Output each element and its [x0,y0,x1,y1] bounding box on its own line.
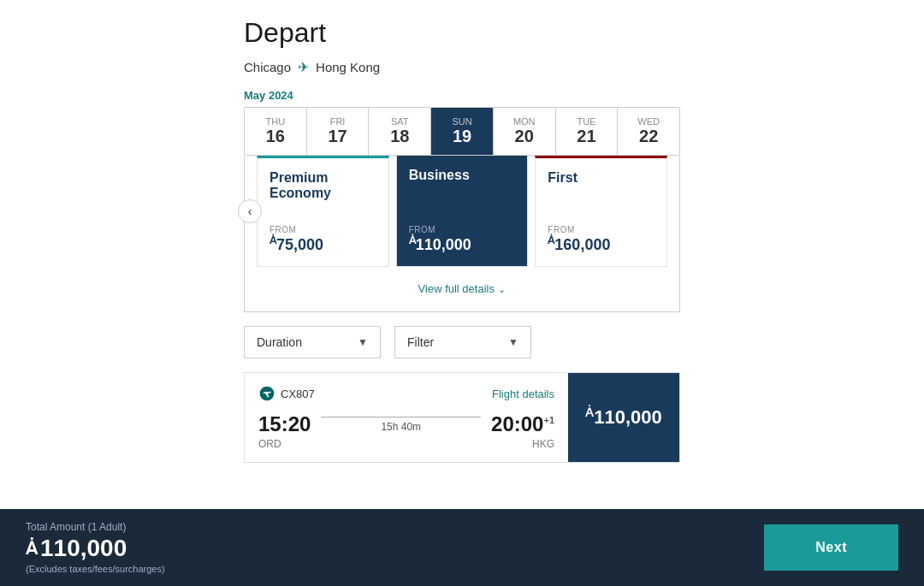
cabin-from-label: FROM [548,225,654,234]
date-day: WED [621,116,676,127]
flight-header: CX807 Flight details [258,385,554,402]
filter-label: Duration [257,335,302,349]
chevron-down-icon: ▼ [358,336,368,348]
date-day: SAT [372,116,427,127]
cabin-name: Business [409,168,516,183]
filter-dropdown-duration[interactable]: Duration▼ [244,326,381,358]
date-num: 18 [372,127,427,146]
filter-label: Filter [407,335,434,349]
flight-airports: ORD HKG [258,438,554,450]
bottom-bar: Total Amount (1 Adult) Ȧ 110,000 (Exclud… [0,509,924,586]
total-amount: Ȧ 110,000 [26,535,165,562]
date-item-21[interactable]: TUE21 [556,108,619,155]
date-day: MON [497,116,552,127]
flight-info: CX807 Flight details 15:20 15h 40m 20:00… [245,373,568,462]
cabin-card-premium[interactable]: Premium Economy FROM Ȧ75,000 [257,156,389,267]
date-day: THU [248,116,303,127]
date-selector: THU16FRI17SAT18SUN19MON20TUE21WED22 [244,107,680,156]
view-details-link[interactable]: View full details [418,282,495,295]
month-label: May 2024 [244,89,680,102]
depart-airport: ORD [258,438,281,450]
cabin-card-business[interactable]: Business FROM Ȧ110,000 [396,156,529,267]
cabin-price: Ȧ160,000 [548,234,654,254]
date-item-19[interactable]: SUN19 [431,108,494,155]
chevron-down-icon: ▼ [508,336,518,348]
flight-duration: 15h 40m [381,421,421,433]
cabin-from-label: FROM [270,225,376,234]
filters-row: Duration▼Filter▼ [244,326,680,358]
cabin-cards: ‹ Premium Economy FROM Ȧ75,000 Business … [253,156,671,267]
next-button[interactable]: Next [764,524,898,571]
cabin-section: ‹ Premium Economy FROM Ȧ75,000 Business … [244,156,680,312]
date-item-17[interactable]: FRI17 [307,108,370,155]
total-section: Total Amount (1 Adult) Ȧ 110,000 (Exclud… [26,521,165,574]
arrive-airport: HKG [532,438,554,450]
flight-price: ȦA110,000110,000 [585,405,662,429]
total-note: (Excludes taxes/fees/surcharges) [26,564,165,574]
date-num: 17 [311,127,365,146]
route-bar: Chicago ✈ Hong Kong [244,59,680,75]
view-details-chevron-icon: ⌄ [498,284,506,294]
route-arrow-icon: ✈ [298,59,309,75]
date-num: 21 [560,127,614,146]
page-title: Depart [244,17,680,49]
total-avios-symbol: Ȧ [26,538,38,559]
cabin-prev-button[interactable]: ‹ [238,199,262,223]
flight-card: CX807 Flight details 15:20 15h 40m 20:00… [244,372,680,463]
cabin-name: First [548,170,654,186]
date-num: 19 [435,127,489,146]
date-num: 22 [621,127,676,146]
cabin-price: Ȧ75,000 [270,234,376,254]
flight-number: CX807 [281,388,315,400]
airline-logo-icon [258,385,275,402]
date-num: 16 [248,127,303,146]
date-day: TUE [560,116,614,127]
cabin-from-label: FROM [409,225,516,234]
flight-depart-time: 15:20 [258,412,311,436]
flight-price-box[interactable]: ȦA110,000110,000 [568,373,679,462]
total-label: Total Amount (1 Adult) [26,521,165,533]
date-item-18[interactable]: SAT18 [369,108,431,155]
date-item-20[interactable]: MON20 [494,108,556,155]
view-details-row: View full details ⌄ [253,277,671,298]
date-item-16[interactable]: THU16 [245,108,307,155]
flight-line-bar [321,417,481,417]
route-to: Hong Kong [316,60,380,74]
flight-num: CX807 [258,385,315,402]
main-content: Depart Chicago ✈ Hong Kong May 2024 THU1… [0,0,924,509]
cabin-name: Premium Economy [270,170,376,201]
filter-dropdown-filter[interactable]: Filter▼ [394,326,531,358]
flight-line: 15h 40m [311,417,491,433]
flight-times: 15:20 15h 40m 20:00+1 [258,412,554,436]
page-wrapper: Depart Chicago ✈ Hong Kong May 2024 THU1… [0,0,924,586]
cabin-card-first[interactable]: First FROM Ȧ160,000 [535,156,667,267]
next-day-badge: +1 [543,415,554,425]
flight-arrive-time: 20:00+1 [491,412,554,436]
date-day: SUN [435,116,489,127]
total-amount-value: 110,000 [40,535,127,562]
flight-details-link[interactable]: Flight details [492,388,554,400]
cabin-price: Ȧ110,000 [409,234,516,254]
avios-symbol: Ȧ [585,405,594,419]
date-day: FRI [311,116,365,127]
route-from: Chicago [244,60,291,74]
date-item-22[interactable]: WED22 [618,108,679,155]
date-num: 20 [497,127,552,146]
